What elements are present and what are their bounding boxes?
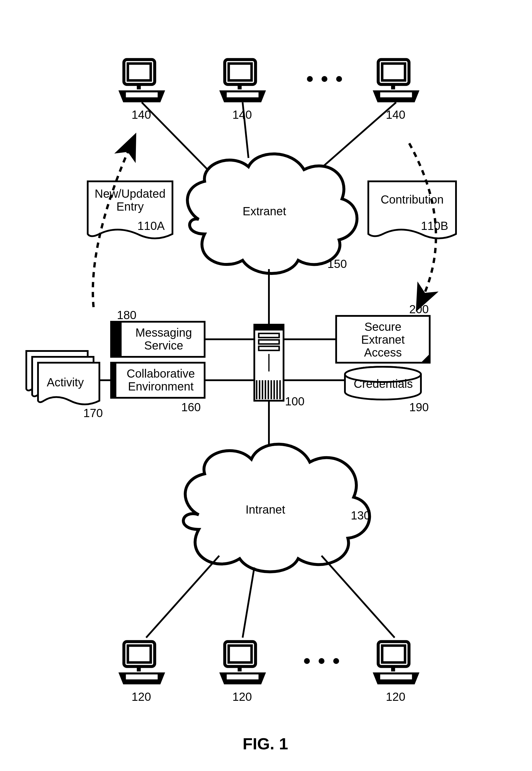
svg-rect-70 [380,675,412,679]
ref-terminal-top-3: 140 [386,108,405,121]
svg-rect-63 [238,667,242,672]
svg-rect-23 [111,322,122,357]
svg-rect-62 [229,646,251,663]
svg-rect-57 [128,646,151,663]
server-ref: 100 [285,395,305,408]
svg-point-4 [322,76,327,82]
svg-rect-55 [380,92,412,97]
entry-label: New/Updated Entry [94,187,167,213]
svg-rect-25 [111,363,116,398]
svg-rect-58 [137,667,141,672]
svg-rect-52 [382,63,405,80]
contribution-ref: 110B [421,219,448,232]
intranet-ref: 130 [351,509,370,522]
extranet-ref: 150 [327,257,347,270]
svg-rect-53 [391,84,395,89]
ref-terminal-top-2: 140 [232,108,252,121]
svg-rect-60 [126,675,158,679]
intranet-label: Intranet [246,503,285,516]
messaging-label: Messaging Service [129,326,199,352]
svg-line-0 [142,102,216,178]
svg-rect-65 [227,675,259,679]
svg-rect-68 [391,667,395,672]
collab-label: Collaborative Environment [120,367,202,393]
ref-terminal-bottom-1: 120 [132,690,151,703]
svg-rect-45 [126,92,158,97]
svg-rect-42 [128,63,151,80]
svg-line-37 [322,556,395,638]
svg-point-38 [304,658,310,664]
server-icon [254,325,284,401]
credentials-label: Credentials [354,377,413,390]
svg-line-35 [146,556,219,638]
contribution-label: Contribution [374,193,450,206]
svg-point-40 [333,658,339,664]
svg-line-2 [313,102,396,175]
diagram-canvas: 140 140 140 New/Updated Entry 110A Contr… [0,0,532,771]
secure-label: Secure Extranet Access [351,320,415,359]
ref-terminal-top-1: 140 [132,108,151,121]
svg-line-36 [243,568,254,638]
terminal-top-2 [218,56,267,106]
svg-rect-43 [137,84,141,89]
ref-terminal-bottom-2: 120 [232,690,252,703]
svg-rect-8 [254,325,284,330]
svg-rect-47 [229,63,251,80]
terminal-bottom-2 [218,638,267,689]
terminal-top-1 [117,56,167,106]
collab-ref: 160 [181,401,201,414]
svg-rect-50 [227,92,259,97]
terminal-bottom-3 [371,638,421,689]
terminal-bottom-1 [117,638,167,689]
svg-rect-67 [382,646,405,663]
activity-ref: 170 [83,407,103,420]
svg-point-5 [336,76,342,82]
credentials-ref: 190 [409,401,429,414]
terminal-top-3 [371,56,421,106]
figure-caption: FIG. 1 [243,734,288,753]
ref-terminal-bottom-3: 120 [386,690,405,703]
svg-point-39 [319,658,324,664]
entry-ref: 110A [137,219,165,232]
svg-rect-48 [238,84,242,89]
extranet-label: Extranet [243,205,286,218]
secure-ref: 200 [409,303,429,316]
activity-label: Activity [47,376,84,389]
messaging-ref: 180 [117,308,137,322]
svg-point-3 [307,76,313,82]
